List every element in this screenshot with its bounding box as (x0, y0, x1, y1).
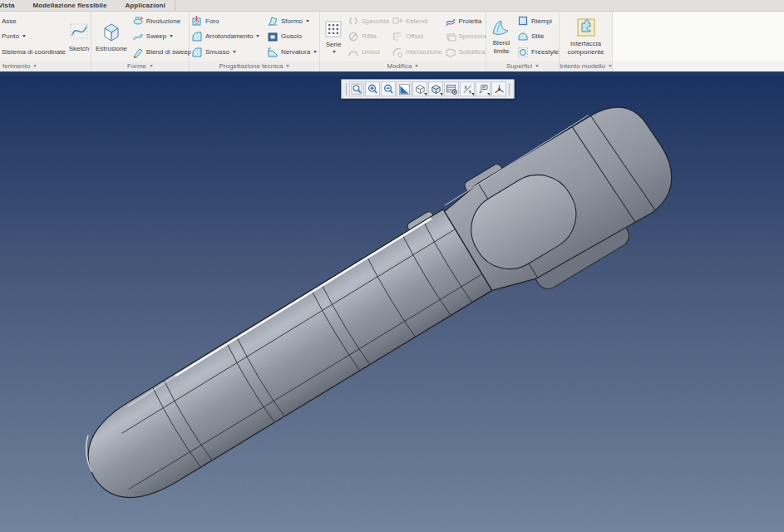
sistema-di-coordinate-button[interactable]: Sistema di coordinate (2, 47, 63, 57)
zoom-out-button[interactable] (381, 81, 396, 96)
punto-label: Punto (2, 32, 19, 40)
group-label-progettazione-text: Progettazione tecnica (219, 62, 284, 70)
chevron-down-icon (150, 65, 153, 67)
estendi-icon (392, 15, 403, 27)
freestyle-icon (517, 47, 529, 58)
estrusione-icon (101, 21, 122, 44)
view-manager-button[interactable] (444, 81, 459, 96)
proietta-icon (445, 15, 456, 27)
group-label-modifica[interactable]: Modifica (320, 61, 486, 71)
chevron-down-icon (415, 65, 418, 67)
ribbon-group-progettazione-tecnica: Foro Arrotondamento Smusso Sformo Guscio… (190, 12, 320, 71)
stile-button[interactable]: Stile (517, 31, 559, 42)
guscio-button[interactable]: Guscio (267, 31, 317, 42)
proietta-label: Proietta (459, 17, 482, 25)
group-label-forme[interactable]: Forme (91, 61, 189, 71)
guscio-icon (267, 31, 279, 42)
smusso-label: Smusso (205, 48, 229, 56)
intersezione-icon (392, 47, 403, 58)
foro-button[interactable]: Foro (191, 16, 264, 27)
proietta-button[interactable]: Proietta (445, 16, 487, 27)
group-label-superfici[interactable]: Superfici (486, 61, 559, 71)
sketch-button[interactable]: Sketch (66, 12, 92, 61)
serie-button[interactable]: Serie (322, 12, 345, 61)
zoom-window-button[interactable] (349, 81, 364, 96)
offset-button[interactable]: Offset (392, 31, 442, 42)
refit-button[interactable] (397, 81, 412, 96)
nervatura-icon (267, 47, 279, 58)
ribbon: Asse Punto Sistema di coordinate Sketch … (0, 12, 784, 71)
group-label-riferimento[interactable]: ferimento (0, 61, 91, 71)
sweep-icon (132, 31, 144, 42)
ribbon-group-forme: Estrusione Rivoluzione Sweep Blend di sw… (91, 12, 190, 71)
blend-limite-label-line2: limite (494, 48, 510, 56)
ribbon-group-riferimento: Asse Punto Sistema di coordinate Sketch … (0, 12, 91, 71)
sformo-button[interactable]: Sformo (267, 16, 317, 27)
offset-label: Offset (406, 32, 423, 40)
ribbon-tab-bar: Vista Modellazione flessibile Applicazio… (0, 0, 784, 12)
intersezione-label: Intersezione (406, 48, 442, 56)
freestyle-button[interactable]: Freestyle (517, 47, 559, 57)
group-label-progettazione-tecnica[interactable]: Progettazione tecnica (190, 61, 319, 71)
tab-vista[interactable]: Vista (0, 0, 23, 11)
spessora-icon (445, 31, 456, 42)
interfaccia-componente-icon (576, 17, 596, 39)
rivoluzione-icon (132, 15, 144, 27)
chevron-down-icon (33, 65, 37, 67)
nervatura-button[interactable]: Nervatura (267, 47, 317, 57)
nervatura-label: Nervatura (281, 48, 310, 56)
display-style-button[interactable] (428, 81, 443, 96)
saved-views-button[interactable] (412, 81, 427, 96)
interfaccia-componente-button[interactable]: Interfaccia componente (565, 12, 606, 61)
asse-button[interactable]: Asse (2, 16, 63, 27)
solidifica-icon (445, 47, 456, 58)
blend-limite-button[interactable]: Blend limite (488, 12, 515, 61)
toolbar-grip[interactable] (509, 83, 510, 96)
blend-di-sweep-label: Blend di sweep (146, 48, 191, 56)
intersezione-button[interactable]: Intersezione (392, 47, 442, 57)
spin-center-button[interactable] (491, 81, 506, 96)
punto-button[interactable]: Punto (2, 31, 63, 42)
ribbon-group-intento-modello: Interfaccia componente Intento modello (560, 12, 613, 71)
sweep-button[interactable]: Sweep (132, 31, 191, 42)
riempi-button[interactable]: Riempi (517, 16, 559, 27)
unisci-button[interactable]: Unisci (348, 47, 389, 57)
chevron-down-icon (286, 65, 289, 67)
estrusione-button[interactable]: Estrusione (93, 12, 130, 61)
sketch-icon (68, 21, 90, 44)
graphics-area[interactable] (0, 76, 784, 532)
solidifica-label: Solidifica (459, 48, 486, 56)
solidifica-button[interactable]: Solidifica (445, 47, 487, 57)
creo-window: Vista Modellazione flessibile Applicazio… (0, 0, 784, 532)
chevron-down-icon (256, 35, 259, 37)
blend-limite-icon (491, 18, 512, 38)
blend-di-sweep-icon (132, 47, 144, 58)
specchia-button[interactable]: Specchia (348, 16, 389, 27)
specchia-label: Specchia (362, 17, 389, 25)
spessora-button[interactable]: Spessora (445, 31, 487, 42)
arrotondamento-button[interactable]: Arrotondamento (191, 31, 264, 42)
smusso-button[interactable]: Smusso (191, 47, 264, 57)
rivoluzione-button[interactable]: Rivoluzione (132, 16, 191, 27)
blend-di-sweep-button[interactable]: Blend di sweep (132, 47, 191, 57)
chevron-down-icon (170, 35, 173, 37)
toolbar-grip[interactable] (346, 83, 347, 96)
tab-modellazione-flessibile[interactable]: Modellazione flessibile (23, 0, 116, 11)
group-label-intento-modello[interactable]: Intento modello (560, 61, 612, 71)
datum-display-button[interactable] (460, 81, 475, 96)
rifila-label: Rifila (362, 32, 377, 40)
annotation-display-button[interactable] (476, 81, 491, 96)
rifila-button[interactable]: Rifila (348, 31, 389, 42)
blend-limite-label-line1: Blend (493, 40, 510, 47)
stile-label: Stile (531, 32, 545, 40)
unisci-icon (348, 47, 359, 58)
sweep-label: Sweep (146, 32, 166, 40)
riempi-label: Riempi (531, 17, 552, 25)
foro-icon (191, 15, 203, 27)
estendi-button[interactable]: Estendi (392, 16, 442, 27)
zoom-in-button[interactable] (365, 81, 380, 96)
tab-applicazioni[interactable]: Applicazioni (116, 0, 175, 11)
arrotondamento-label: Arrotondamento (205, 32, 253, 40)
interfaccia-label-line2: componente (567, 49, 604, 57)
offset-icon (392, 31, 403, 42)
